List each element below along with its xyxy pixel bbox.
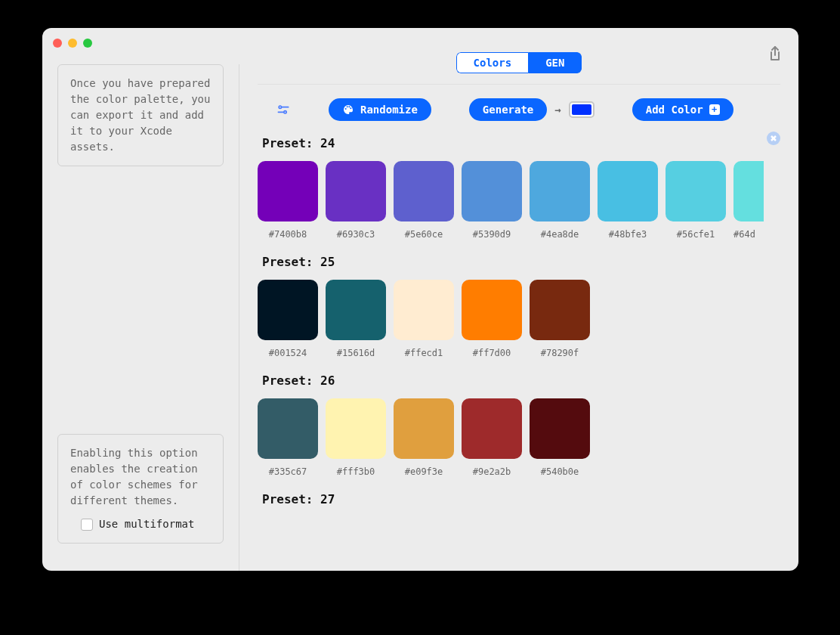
- preset-block: Preset: 26#335c67#fff3b0#e09f3e#9e2a2b#5…: [258, 373, 798, 477]
- toolbar: Randomize Generate → Add Color +: [239, 85, 798, 132]
- swatch-item[interactable]: #5e60ce: [394, 161, 454, 240]
- color-swatch[interactable]: [530, 398, 590, 459]
- arrow-right-icon: →: [554, 104, 561, 116]
- swatch-item[interactable]: #001524: [258, 280, 318, 358]
- preset-list: Preset: 24#7400b8#6930c3#5e60ce#5390d9#4…: [239, 132, 798, 571]
- color-swatch[interactable]: [462, 398, 522, 459]
- generate-button[interactable]: Generate: [469, 98, 547, 121]
- swatch-hex-label: #56cfe1: [677, 229, 715, 240]
- swatch-hex-label: #540b0e: [541, 466, 579, 477]
- color-swatch[interactable]: [394, 161, 454, 221]
- svg-point-2: [284, 111, 286, 113]
- export-tip-box: Once you have prepared the color palette…: [57, 64, 224, 166]
- preset-block: Preset: 27: [258, 492, 798, 517]
- swatch-item[interactable]: #e09f3e: [394, 398, 454, 477]
- color-swatch[interactable]: [326, 161, 386, 221]
- swatch-item[interactable]: #48bfe3: [598, 161, 658, 240]
- swatch-hex-label: #001524: [269, 348, 307, 358]
- color-swatch[interactable]: [394, 280, 454, 340]
- swatch-row: #7400b8#6930c3#5e60ce#5390d9#4ea8de#48bf…: [258, 161, 798, 240]
- preset-title: Preset: 26: [262, 373, 798, 388]
- swatch-hex-label: #64d: [733, 229, 756, 240]
- close-window-button[interactable]: [53, 39, 62, 48]
- multiformat-checkbox-label: Use multiformat: [99, 516, 194, 532]
- swatch-item[interactable]: #15616d: [326, 280, 386, 358]
- swatch-hex-label: #fff3b0: [337, 466, 375, 477]
- swatch-hex-label: #e09f3e: [405, 466, 443, 477]
- color-swatch[interactable]: [598, 161, 658, 221]
- swatch-item[interactable]: #5390d9: [462, 161, 522, 240]
- swatch-item[interactable]: #ffecd1: [394, 280, 454, 358]
- add-color-button-label: Add Color: [646, 104, 703, 116]
- color-swatch[interactable]: [326, 398, 386, 459]
- preset-block: Preset: 25#001524#15616d#ffecd1#ff7d00#7…: [258, 255, 798, 358]
- tab-colors[interactable]: Colors: [456, 52, 529, 73]
- share-icon[interactable]: [765, 45, 783, 63]
- preset-title: Preset: 24: [262, 136, 798, 150]
- add-color-button[interactable]: Add Color +: [632, 98, 733, 121]
- palette-icon: [342, 104, 354, 116]
- swatch-hex-label: #6930c3: [337, 229, 375, 240]
- target-color-swatch: [572, 104, 591, 115]
- color-swatch[interactable]: [462, 161, 522, 221]
- sidebar: Once you have prepared the color palette…: [42, 28, 239, 571]
- zoom-window-button[interactable]: [83, 39, 92, 48]
- color-swatch[interactable]: [530, 161, 590, 221]
- swatch-row: #001524#15616d#ffecd1#ff7d00#78290f: [258, 280, 798, 358]
- top-bar: Colors GEN: [239, 42, 798, 84]
- generate-button-label: Generate: [483, 104, 533, 116]
- randomize-button-label: Randomize: [360, 104, 418, 116]
- tab-gen[interactable]: GEN: [528, 52, 582, 73]
- main-panel: Colors GEN: [239, 28, 798, 571]
- swatch-item[interactable]: #540b0e: [530, 398, 590, 477]
- preset-title: Preset: 25: [262, 255, 798, 269]
- color-swatch[interactable]: [530, 280, 590, 340]
- swatch-hex-label: #5e60ce: [405, 229, 443, 240]
- window-controls: [53, 39, 92, 48]
- swatch-hex-label: #ffecd1: [405, 348, 443, 358]
- multiformat-tip-box: Enabling this option enables the creatio…: [57, 434, 224, 544]
- generate-group: Generate →: [469, 98, 594, 121]
- swatch-hex-label: #7400b8: [269, 229, 307, 240]
- color-swatch[interactable]: [733, 161, 764, 221]
- swatch-item[interactable]: #fff3b0: [326, 398, 386, 477]
- color-swatch[interactable]: [394, 398, 454, 459]
- swatch-hex-label: #78290f: [541, 348, 579, 358]
- swatch-item[interactable]: #9e2a2b: [462, 398, 522, 477]
- multiformat-checkbox-row[interactable]: Use multiformat: [81, 516, 211, 532]
- svg-point-0: [279, 106, 281, 108]
- color-swatch[interactable]: [258, 398, 318, 459]
- tab-segmented-control: Colors GEN: [456, 52, 582, 73]
- minimize-window-button[interactable]: [68, 39, 77, 48]
- target-color-well[interactable]: [569, 101, 594, 118]
- swatch-row: #335c67#fff3b0#e09f3e#9e2a2b#540b0e: [258, 398, 798, 477]
- color-swatch[interactable]: [258, 161, 318, 221]
- color-swatch[interactable]: [666, 161, 726, 221]
- color-swatch[interactable]: [326, 280, 386, 340]
- swatch-item[interactable]: #335c67: [258, 398, 318, 477]
- preset-block: Preset: 24#7400b8#6930c3#5e60ce#5390d9#4…: [258, 136, 798, 240]
- tune-icon[interactable]: [276, 102, 291, 117]
- swatch-item[interactable]: #64d: [733, 161, 764, 240]
- app-window: Once you have prepared the color palette…: [42, 28, 798, 571]
- swatch-item[interactable]: #56cfe1: [666, 161, 726, 240]
- close-preset-icon[interactable]: [767, 132, 780, 145]
- swatch-hex-label: #15616d: [337, 348, 375, 358]
- swatch-item[interactable]: #4ea8de: [530, 161, 590, 240]
- color-swatch[interactable]: [462, 280, 522, 340]
- checkbox-icon[interactable]: [81, 519, 93, 531]
- swatch-hex-label: #4ea8de: [541, 229, 579, 240]
- color-swatch[interactable]: [258, 280, 318, 340]
- swatch-item[interactable]: #7400b8: [258, 161, 318, 240]
- swatch-hex-label: #ff7d00: [473, 348, 511, 358]
- swatch-hex-label: #48bfe3: [609, 229, 647, 240]
- preset-title: Preset: 27: [262, 492, 798, 506]
- plus-icon: +: [709, 104, 720, 115]
- swatch-item[interactable]: #6930c3: [326, 161, 386, 240]
- swatch-item[interactable]: #ff7d00: [462, 280, 522, 358]
- swatch-hex-label: #9e2a2b: [473, 466, 511, 477]
- randomize-button[interactable]: Randomize: [329, 98, 431, 121]
- multiformat-tip-text: Enabling this option enables the creatio…: [70, 445, 211, 509]
- swatch-item[interactable]: #78290f: [530, 280, 590, 358]
- swatch-hex-label: #5390d9: [473, 229, 511, 240]
